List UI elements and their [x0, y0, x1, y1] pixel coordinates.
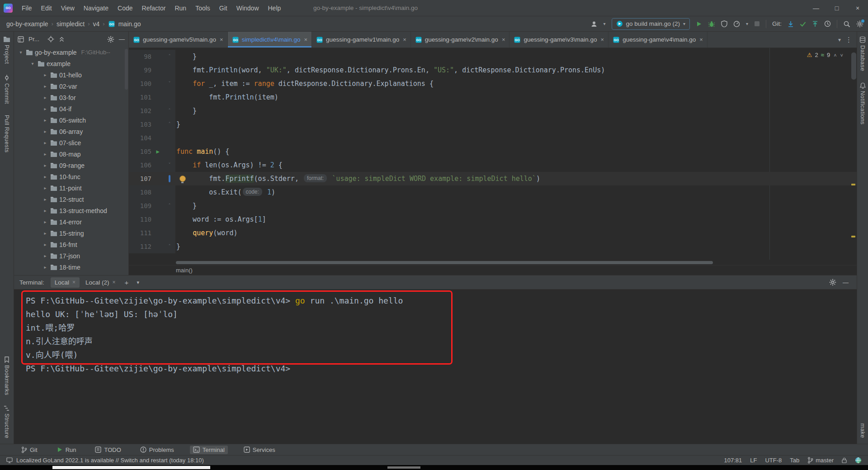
user-chevron-icon[interactable]: ▾: [604, 21, 606, 26]
menu-navigate[interactable]: Navigate: [79, 0, 113, 16]
editor-tab[interactable]: GOguessing-game\v1\main.go×: [312, 32, 411, 47]
editor-tab[interactable]: GOguessing-game\v3\main.go×: [509, 32, 609, 47]
next-problem-icon[interactable]: ˅: [840, 52, 843, 58]
tab-close-icon[interactable]: ×: [502, 36, 505, 43]
tree-item-15-string[interactable]: ▸15-string: [14, 228, 128, 239]
settings-gear-icon[interactable]: [856, 20, 863, 28]
editor-breadcrumb[interactable]: main(): [129, 265, 857, 275]
file-encoding[interactable]: UTF-8: [765, 457, 782, 464]
fold-down-icon[interactable]: ˅: [168, 77, 171, 90]
editor-tab-active[interactable]: GOsimpledict\v4\main.go×: [228, 32, 312, 47]
menu-window[interactable]: Window: [232, 0, 264, 16]
gutter-icon-slot[interactable]: ▶: [151, 145, 164, 158]
tree-item-13-struct-method[interactable]: ▸13-struct-method: [14, 205, 128, 216]
translation-globe-icon[interactable]: [855, 457, 862, 464]
tree-item-10-func[interactable]: ▸10-func: [14, 171, 128, 182]
run-button[interactable]: [696, 21, 702, 27]
project-tree-scrollbar[interactable]: [125, 49, 128, 90]
git-branch-widget[interactable]: master: [807, 457, 834, 464]
fold-up-icon[interactable]: ˄: [168, 199, 171, 213]
code-text[interactable]: for _, item := range dictResponse.Dictio…: [175, 77, 434, 90]
code-text[interactable]: query(word): [175, 226, 237, 240]
select-opened-file-icon[interactable]: [47, 36, 54, 43]
terminal-tab-active[interactable]: Local×: [51, 277, 80, 288]
tree-item-12-struct[interactable]: ▸12-struct: [14, 194, 128, 205]
collapse-all-icon[interactable]: [59, 36, 65, 43]
tool-button-structure[interactable]: Structure: [4, 405, 10, 438]
chevron-collapsed-icon[interactable]: ▸: [42, 208, 48, 213]
project-panel-title[interactable]: Pr...: [28, 36, 39, 43]
tool-window-button-git[interactable]: Git: [18, 446, 41, 454]
chevron-collapsed-icon[interactable]: ▸: [42, 140, 48, 145]
history-button[interactable]: [824, 20, 831, 27]
terminal-console[interactable]: PS F:\GitHub--Gitee\zijie\go-by-example\…: [14, 290, 857, 444]
menu-file[interactable]: File: [17, 0, 37, 16]
code-text[interactable]: [175, 131, 176, 145]
tree-item-16-fmt[interactable]: ▸16-fmt: [14, 239, 128, 250]
tab-close-icon[interactable]: ×: [220, 36, 223, 43]
tool-button-notifications[interactable]: Notifications: [859, 82, 866, 125]
hide-panel-icon[interactable]: —: [119, 36, 125, 43]
indent-style[interactable]: Tab: [790, 457, 799, 464]
tree-item-05-switch[interactable]: ▸05-switch: [14, 114, 128, 126]
terminal-tab[interactable]: Local (2)×: [81, 277, 120, 288]
code-text[interactable]: fmt.Println(word, "UK:", dictResponse.Di…: [175, 63, 605, 77]
panel-options-gear-icon[interactable]: [107, 36, 114, 43]
chevron-collapsed-icon[interactable]: ▸: [42, 242, 48, 247]
menu-help[interactable]: Help: [264, 0, 286, 16]
editor-tab[interactable]: GOguessing-game\v5\main.go×: [129, 32, 228, 47]
chevron-collapsed-icon[interactable]: ▸: [42, 231, 48, 236]
tree-item-09-range[interactable]: ▸09-range: [14, 160, 128, 171]
breadcrumb-item[interactable]: v4: [93, 20, 100, 28]
coverage-button[interactable]: [721, 20, 727, 27]
project-tool-icon[interactable]: [18, 36, 24, 43]
tree-item-11-point[interactable]: ▸11-point: [14, 182, 128, 194]
commit-button[interactable]: [800, 21, 806, 27]
menu-edit[interactable]: Edit: [37, 0, 57, 16]
tree-item-01-hello[interactable]: ▸01-hello: [14, 69, 128, 81]
code-text[interactable]: fmt.Println(item): [175, 90, 278, 104]
tree-item-03-for[interactable]: ▸03-for: [14, 92, 128, 103]
tool-window-button-todo[interactable]: TODO: [92, 446, 124, 454]
chevron-collapsed-icon[interactable]: ▸: [42, 163, 48, 168]
tool-button-bookmarks[interactable]: Bookmarks: [4, 356, 10, 395]
tree-item-example[interactable]: ▾example: [14, 58, 128, 69]
chevron-collapsed-icon[interactable]: ▸: [42, 219, 48, 224]
close-button[interactable]: ×: [847, 0, 868, 16]
tool-window-button-run[interactable]: Run: [53, 446, 80, 454]
tab-close-icon[interactable]: ×: [113, 279, 116, 285]
tool-button-make[interactable]: make: [859, 423, 866, 438]
chevron-collapsed-icon[interactable]: ▸: [42, 185, 48, 190]
menu-git[interactable]: Git: [215, 0, 232, 16]
chevron-collapsed-icon[interactable]: ▸: [42, 95, 48, 100]
tool-button-project[interactable]: Project: [3, 36, 10, 64]
fold-up-icon[interactable]: ˄: [168, 104, 171, 118]
chevron-collapsed-icon[interactable]: ▸: [42, 253, 48, 258]
menu-code[interactable]: Code: [113, 0, 137, 16]
code-text[interactable]: }: [175, 199, 197, 213]
ide-update-icon[interactable]: [6, 457, 13, 463]
code-text[interactable]: if len(os.Args) != 2 {: [175, 158, 283, 172]
tab-close-icon[interactable]: ×: [403, 36, 406, 43]
chevron-collapsed-icon[interactable]: ▸: [42, 265, 48, 270]
new-terminal-tab-button[interactable]: +: [122, 279, 132, 286]
tool-window-button-services[interactable]: Services: [241, 446, 278, 454]
chevron-collapsed-icon[interactable]: ▸: [42, 106, 48, 111]
fold-slot[interactable]: ˄: [164, 50, 175, 63]
editor-horizontal-scrollbar[interactable]: [129, 260, 857, 265]
chevron-expanded-icon[interactable]: ▾: [18, 50, 24, 55]
warning-stripe-mark[interactable]: [851, 236, 855, 237]
chevron-collapsed-icon[interactable]: ▸: [42, 72, 48, 77]
editor-vertical-scrollbar[interactable]: [851, 52, 856, 80]
fold-slot[interactable]: ˄: [164, 199, 175, 213]
tab-close-icon[interactable]: ×: [72, 279, 75, 285]
caret-position[interactable]: 107:81: [724, 457, 742, 464]
chevron-collapsed-icon[interactable]: ▸: [42, 152, 48, 157]
tool-window-button-terminal[interactable]: Terminal: [190, 446, 228, 454]
status-message[interactable]: Localized GoLand 2022.1 is available // …: [16, 457, 204, 464]
code-text[interactable]: }: [175, 240, 180, 253]
fold-slot[interactable]: [164, 172, 175, 185]
minimize-button[interactable]: —: [806, 0, 826, 16]
editor-tab[interactable]: GOguessing-game\v4\main.go×: [609, 32, 708, 47]
horizontal-scroll-thumb[interactable]: [176, 261, 713, 264]
